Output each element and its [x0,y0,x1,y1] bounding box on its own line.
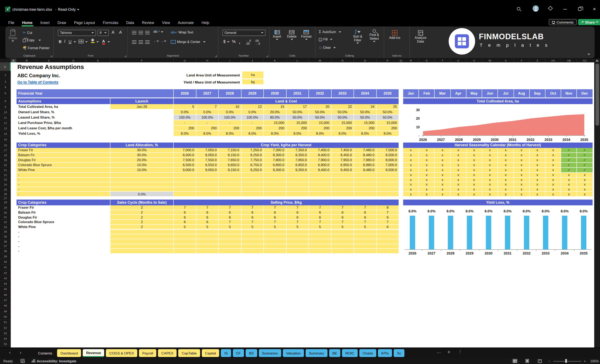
column-header-E[interactable]: E [86,59,110,62]
row-header-4[interactable]: 4 [0,85,11,89]
row-header-29[interactable]: 29 [0,205,11,210]
zoom-slider[interactable] [553,361,581,361]
sheet-tab-is[interactable]: IS [221,349,231,357]
fill-color-icon[interactable] [91,39,95,42]
align-right-icon[interactable] [145,40,150,44]
sheet-tab-roic[interactable]: ROIC [342,349,357,357]
add-sheet-icon[interactable]: + [447,349,450,355]
row-header-22[interactable]: 22 [0,173,11,177]
vertical-scrollbar[interactable] [594,59,600,347]
row-header-21[interactable]: 21 [0,168,11,173]
row-header-44[interactable]: 44 [0,281,11,287]
sheet-tab-payroll[interactable]: Payroll [139,349,157,357]
sheet-tab-kpis[interactable]: KPIs [378,349,392,357]
restore-icon[interactable] [578,8,581,11]
sheet-tab-sc[interactable]: Sc [394,349,404,357]
minimize-icon[interactable] [563,9,567,9]
borders-icon[interactable] [79,40,84,43]
row-header-43[interactable]: 43 [0,276,11,281]
row-header-13[interactable]: 13 [0,126,11,131]
row-header-53[interactable]: 53 [0,330,11,336]
row-header-6[interactable]: 6 [0,89,11,98]
row-header-35[interactable]: 35 [0,234,11,239]
align-left-icon[interactable] [132,40,136,44]
row-header-34[interactable]: 34 [0,229,11,234]
sheet-tab-capital[interactable]: Capital [202,349,219,357]
underline-chevron-icon[interactable] [74,41,76,43]
page-layout-view-icon[interactable] [524,359,530,363]
row-header-8[interactable]: 8 [0,98,11,104]
menu-tab-page-layout[interactable]: Page Layout [74,20,95,25]
row-header-33[interactable]: 33 [0,225,11,229]
column-header-K[interactable]: K [264,59,286,62]
row-header-2[interactable]: 2 [0,71,11,79]
vertical-scroll-thumb[interactable] [595,64,599,126]
row-header-50[interactable]: 50 [0,314,11,320]
sheet-nav-left-icon[interactable]: ‹ [9,350,10,355]
align-center-icon[interactable] [139,40,143,44]
row-header-32[interactable]: 32 [0,220,11,225]
increase-indent-icon[interactable]: →≡ [161,39,166,43]
normal-view-icon[interactable] [512,359,518,363]
currency-chevron-icon[interactable] [227,41,229,43]
column-header-G[interactable]: G [174,59,196,62]
page-break-view-icon[interactable] [537,359,543,363]
wrap-text-button[interactable]: ab↩ Wrap Text [171,31,193,34]
avatar[interactable] [533,5,539,12]
column-header-AB[interactable]: AB [561,59,577,62]
align-top-icon[interactable] [132,31,136,34]
menu-tab-help[interactable]: Help [202,20,209,25]
row-header-19[interactable]: 19 [0,158,11,163]
row-header-30[interactable]: 30 [0,210,11,215]
format-cells-button[interactable]: Format [301,30,312,40]
sheet-tab-summary[interactable]: Summary [306,349,328,357]
clipboard-dialog-launcher-icon[interactable] [50,55,52,57]
column-header-S[interactable]: S [419,59,435,62]
premium-diamond-icon[interactable] [548,6,553,11]
share-button[interactable]: ↗ Share [578,19,600,25]
column-header-D[interactable]: D [61,59,86,62]
find-select-button[interactable]: Find & Select [367,29,382,42]
increase-decimal-icon[interactable]: ←.0.00 [246,39,251,45]
more-sheets-ellipsis-icon[interactable]: ⋯ [437,350,441,355]
row-header-38[interactable]: 38 [0,249,11,254]
sheet-tab-scenarios[interactable]: Scenarios [259,349,281,357]
menu-tab-home[interactable]: Home [22,20,32,25]
column-header-C[interactable]: C [37,59,61,62]
sheet-tab-charts[interactable]: Charts [359,349,376,357]
zoom-out-icon[interactable]: − [548,359,550,363]
row-header-11[interactable]: 11 [0,115,11,120]
row-header-9[interactable]: 9 [0,104,11,109]
row-header-17[interactable]: 17 [0,148,11,153]
underline-icon[interactable]: U [69,39,72,44]
row-header-37[interactable]: 37 [0,244,11,249]
font-color-chevron-icon[interactable] [108,41,110,43]
orientation-chevron-icon[interactable] [161,31,163,33]
sheet-canvas[interactable] [11,62,594,347]
menu-tab-formulas[interactable]: Formulas [103,20,118,25]
row-header-16[interactable]: 16 [0,143,11,148]
row-header-10[interactable]: 10 [0,109,11,115]
column-header-R[interactable]: R [403,59,419,62]
row-header-51[interactable]: 51 [0,319,11,325]
bold-icon[interactable]: B [59,39,62,44]
format-painter-button[interactable]: Format Painter [23,46,50,50]
row-header-49[interactable]: 49 [0,309,11,314]
row-header-24[interactable]: 24 [0,182,11,187]
column-header-Q[interactable]: Q [399,59,403,62]
row-header-25[interactable]: 25 [0,187,11,192]
row-header-48[interactable]: 48 [0,303,11,309]
font-size-select[interactable]: 8 [98,30,109,36]
row-header-40[interactable]: 40 [0,259,11,265]
increase-font-icon[interactable]: Aˆ [112,30,115,35]
row-header-45[interactable]: 45 [0,287,11,292]
paste-button[interactable]: Paste [9,30,17,42]
sheet-tab-valuation[interactable]: Valuation [283,349,304,357]
row-header-42[interactable]: 42 [0,270,11,276]
analyze-data-button[interactable]: Analyze Data [413,30,428,44]
orientation-icon[interactable]: ab↗ [153,30,160,34]
sheet-tab-bs[interactable]: BS [246,349,257,357]
row-header-52[interactable]: 52 [0,325,11,331]
row-header-27[interactable]: 27 [0,197,11,200]
column-header-B[interactable]: B [17,59,37,62]
